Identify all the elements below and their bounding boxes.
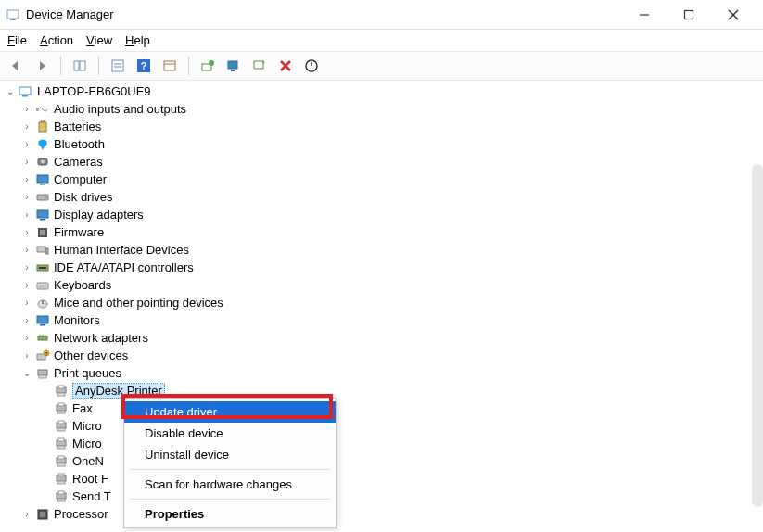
disable-device-icon[interactable]: [301, 56, 322, 76]
category-row[interactable]: ›Display adapters: [0, 206, 763, 223]
svg-rect-25: [36, 108, 39, 111]
device-row[interactable]: Micro: [0, 417, 763, 435]
expander-icon[interactable]: ›: [20, 280, 33, 290]
expander-icon[interactable]: ⌄: [4, 86, 17, 96]
action-icon[interactable]: [159, 56, 180, 76]
svg-rect-63: [57, 411, 65, 413]
context-update-driver[interactable]: Update driver: [124, 401, 336, 423]
properties-icon[interactable]: [108, 56, 128, 76]
device-row[interactable]: Send T: [0, 488, 763, 505]
context-uninstall-device[interactable]: Uninstall device: [124, 444, 336, 465]
category-row[interactable]: ›Bluetooth: [0, 135, 763, 153]
device-label: Micro: [72, 419, 102, 433]
svg-rect-7: [80, 61, 85, 70]
expander-icon[interactable]: ›: [20, 227, 33, 237]
back-button[interactable]: [6, 56, 26, 76]
minimize-button[interactable]: [631, 2, 657, 28]
svg-rect-50: [38, 336, 47, 340]
expander-icon[interactable]: ›: [20, 104, 33, 114]
category-icon: [35, 137, 50, 152]
category-row[interactable]: ›Keyboards: [0, 276, 763, 294]
category-row[interactable]: ›Cameras: [0, 153, 763, 171]
category-row[interactable]: ⌄Print queues: [0, 364, 763, 382]
category-row[interactable]: ›IDE ATA/ATAPI controllers: [0, 259, 763, 276]
device-row[interactable]: Fax: [0, 399, 763, 417]
svg-rect-6: [74, 61, 79, 70]
svg-rect-28: [44, 120, 45, 122]
root-node[interactable]: ⌄ LAPTOP-EB6G0UE9: [0, 82, 763, 100]
expander-icon[interactable]: ›: [20, 298, 33, 308]
svg-rect-27: [41, 120, 43, 122]
help-icon[interactable]: ?: [134, 56, 154, 76]
show-hide-tree-button[interactable]: [70, 56, 90, 76]
device-row[interactable]: AnyDesk Printer: [0, 382, 763, 399]
svg-rect-18: [231, 70, 235, 71]
category-row[interactable]: ›Human Interface Devices: [0, 241, 763, 259]
category-icon: [35, 296, 50, 310]
expander-icon[interactable]: ⌄: [20, 368, 33, 378]
category-icon: [35, 260, 50, 275]
expander-icon[interactable]: ›: [20, 350, 33, 361]
device-label: OneN: [72, 454, 104, 468]
category-row[interactable]: ›?Other devices: [0, 347, 763, 364]
device-row[interactable]: Micro: [0, 435, 763, 452]
forward-button[interactable]: [32, 56, 52, 76]
category-icon: [35, 172, 50, 187]
category-icon: [35, 313, 50, 328]
context-properties[interactable]: Properties: [124, 503, 336, 525]
menu-action[interactable]: Action: [40, 33, 73, 47]
expander-icon[interactable]: ›: [20, 192, 33, 202]
category-row[interactable]: ›Monitors: [0, 311, 763, 329]
expander-icon[interactable]: ›: [20, 209, 33, 220]
svg-rect-8: [112, 60, 123, 71]
expander-icon[interactable]: ›: [20, 174, 33, 184]
svg-rect-38: [40, 230, 45, 235]
category-icon: ?: [35, 348, 50, 363]
close-button[interactable]: [720, 2, 746, 28]
svg-rect-81: [40, 512, 45, 517]
category-icon: [35, 208, 50, 222]
svg-rect-3: [685, 10, 693, 19]
svg-text:?: ?: [141, 60, 147, 71]
category-processors[interactable]: › Processor: [0, 505, 763, 523]
menu-help[interactable]: Help: [125, 33, 150, 47]
expander-icon[interactable]: ›: [20, 262, 33, 272]
device-tree[interactable]: ⌄ LAPTOP-EB6G0UE9 ›Audio inputs and outp…: [0, 81, 763, 531]
expander-icon[interactable]: ›: [20, 333, 33, 343]
context-disable-device[interactable]: Disable device: [124, 423, 336, 444]
update-driver-icon[interactable]: [197, 56, 218, 76]
menu-view[interactable]: View: [86, 33, 112, 47]
context-scan-hardware[interactable]: Scan for hardware changes: [124, 474, 336, 495]
expander-icon[interactable]: ›: [20, 157, 33, 167]
expander-icon[interactable]: ›: [20, 139, 33, 149]
category-row[interactable]: ›Audio inputs and outputs: [0, 100, 763, 118]
category-icon: [35, 120, 50, 134]
scrollbar[interactable]: [752, 164, 763, 507]
category-label: Disk drives: [54, 190, 113, 204]
svg-rect-1: [10, 19, 16, 20]
expander-icon[interactable]: ›: [20, 315, 33, 325]
device-label: AnyDesk Printer: [72, 383, 165, 399]
uninstall-device-icon[interactable]: [275, 56, 296, 76]
category-row[interactable]: ›Disk drives: [0, 188, 763, 206]
svg-point-34: [45, 196, 47, 198]
maximize-button[interactable]: [676, 2, 702, 28]
category-row[interactable]: ›Firmware: [0, 223, 763, 241]
category-row[interactable]: ›Computer: [0, 171, 763, 188]
category-row[interactable]: ›Mice and other pointing devices: [0, 294, 763, 311]
category-row[interactable]: ›Network adapters: [0, 329, 763, 347]
device-row[interactable]: Root F: [0, 470, 763, 488]
svg-rect-75: [57, 481, 65, 484]
category-row[interactable]: ›Batteries: [0, 118, 763, 135]
svg-rect-66: [57, 428, 65, 431]
menu-file[interactable]: File: [7, 33, 27, 47]
root-label: LAPTOP-EB6G0UE9: [37, 84, 151, 98]
expander-icon[interactable]: ›: [20, 509, 33, 519]
category-label: Batteries: [54, 120, 101, 133]
scan-hardware-icon[interactable]: [223, 56, 244, 76]
category-label: Print queues: [54, 366, 121, 380]
expander-icon[interactable]: ›: [20, 121, 33, 132]
enable-device-icon[interactable]: [249, 56, 270, 76]
expander-icon[interactable]: ›: [20, 245, 33, 255]
device-row[interactable]: OneN: [0, 452, 763, 470]
